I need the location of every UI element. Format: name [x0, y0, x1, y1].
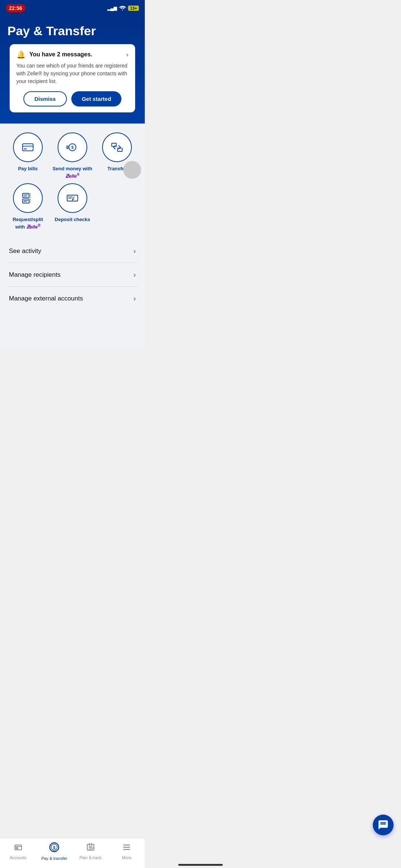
send-money-zelle-icon: $ — [65, 140, 79, 154]
dismiss-button[interactable]: Dismiss — [23, 91, 67, 106]
battery-icon: 13+ — [128, 6, 139, 11]
scroll-dot-container — [97, 183, 137, 230]
svg-point-0 — [122, 9, 123, 10]
pay-bills-item[interactable]: Pay bills — [7, 132, 48, 180]
svg-rect-9 — [112, 143, 117, 147]
request-split-zelle-label: Request/split with Ƶelle® — [7, 217, 48, 230]
request-split-zelle-item[interactable]: Request/split with Ƶelle® — [7, 183, 48, 230]
action-grid-row1: Pay bills $ Send money with Ƶelle® — [7, 132, 137, 180]
message-actions: Dismiss Get started — [16, 91, 128, 106]
request-split-zelle-icon — [21, 191, 35, 205]
message-header: 🔔 You have 2 messages. › — [16, 50, 128, 59]
message-title-row: 🔔 You have 2 messages. — [16, 50, 92, 59]
manage-external-accounts-item[interactable]: Manage external accounts › — [7, 286, 137, 310]
bell-icon: 🔔 — [16, 50, 26, 59]
see-activity-item[interactable]: See activity › — [7, 239, 137, 263]
svg-rect-2 — [23, 145, 33, 147]
deposit-checks-icon — [65, 191, 79, 205]
message-body: You can see which of your friends are re… — [16, 62, 128, 85]
svg-rect-15 — [23, 199, 29, 203]
deposit-checks-item[interactable]: Deposit checks — [52, 183, 93, 230]
svg-rect-12 — [23, 193, 29, 197]
main-content: Pay bills $ Send money with Ƶelle® — [0, 124, 145, 347]
pay-bills-icon-circle — [13, 132, 43, 162]
get-started-button[interactable]: Get started — [71, 91, 121, 106]
send-money-zelle-icon-circle: $ — [58, 132, 87, 162]
status-time: 22:56 — [6, 4, 25, 12]
svg-rect-3 — [24, 148, 27, 149]
status-bar: 22:56 ▂▄▆ 13+ — [0, 0, 145, 16]
scroll-dot — [123, 161, 141, 179]
list-section: See activity › Manage recipients › Manag… — [7, 239, 137, 310]
transfer-icon — [110, 140, 124, 154]
transfer-icon-circle — [102, 132, 132, 162]
status-icons: ▂▄▆ 13+ — [107, 5, 139, 11]
header: Pay & Transfer 🔔 You have 2 messages. › … — [0, 16, 145, 124]
message-card: 🔔 You have 2 messages. › You can see whi… — [10, 44, 135, 112]
signal-icon: ▂▄▆ — [107, 6, 117, 11]
svg-rect-10 — [118, 148, 123, 151]
wifi-icon — [119, 5, 126, 11]
see-activity-label: See activity — [9, 247, 41, 255]
manage-external-accounts-chevron-icon: › — [133, 294, 136, 303]
see-activity-chevron-icon: › — [133, 247, 136, 255]
manage-recipients-chevron-icon: › — [133, 270, 136, 279]
manage-external-accounts-label: Manage external accounts — [9, 295, 83, 302]
deposit-checks-label: Deposit checks — [55, 217, 90, 223]
request-split-zelle-icon-circle — [13, 183, 43, 213]
pay-bills-icon — [21, 140, 35, 154]
message-title: You have 2 messages. — [29, 51, 92, 58]
send-money-zelle-item[interactable]: $ Send money with Ƶelle® — [52, 132, 93, 180]
svg-text:$: $ — [71, 145, 74, 149]
action-grid-row2: Request/split with Ƶelle® Deposit checks — [7, 183, 137, 230]
pay-bills-label: Pay bills — [18, 166, 38, 172]
deposit-checks-icon-circle — [58, 183, 87, 213]
svg-rect-1 — [23, 144, 33, 151]
manage-recipients-item[interactable]: Manage recipients › — [7, 263, 137, 286]
send-money-zelle-label: Send money with Ƶelle® — [52, 166, 93, 180]
manage-recipients-label: Manage recipients — [9, 271, 61, 279]
message-chevron-icon[interactable]: › — [126, 51, 128, 59]
page-title: Pay & Transfer — [7, 24, 137, 38]
